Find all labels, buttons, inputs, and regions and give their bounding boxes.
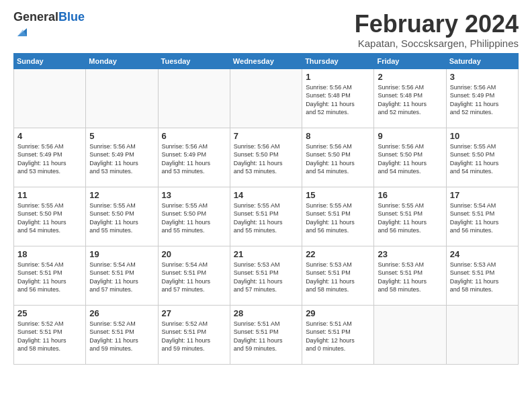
week-row-3: 11Sunrise: 5:55 AM Sunset: 5:50 PM Dayli…: [14, 187, 519, 246]
calendar-header-row: SundayMondayTuesdayWednesdayThursdayFrid…: [14, 53, 519, 68]
day-number: 21: [234, 249, 298, 259]
calendar-cell: 10Sunrise: 5:55 AM Sunset: 5:50 PM Dayli…: [446, 128, 518, 187]
calendar-cell: 22Sunrise: 5:53 AM Sunset: 5:51 PM Dayli…: [302, 246, 374, 305]
calendar-cell: 7Sunrise: 5:56 AM Sunset: 5:50 PM Daylig…: [230, 128, 302, 187]
day-info: Sunrise: 5:55 AM Sunset: 5:50 PM Dayligh…: [450, 142, 515, 176]
week-row-4: 18Sunrise: 5:54 AM Sunset: 5:51 PM Dayli…: [14, 246, 519, 305]
calendar-cell: [230, 68, 302, 128]
day-info: Sunrise: 5:56 AM Sunset: 5:49 PM Dayligh…: [450, 83, 515, 117]
calendar-cell: 18Sunrise: 5:54 AM Sunset: 5:51 PM Dayli…: [14, 246, 86, 305]
header-sunday: Sunday: [14, 53, 86, 68]
day-info: Sunrise: 5:56 AM Sunset: 5:48 PM Dayligh…: [378, 83, 442, 117]
day-info: Sunrise: 5:56 AM Sunset: 5:48 PM Dayligh…: [306, 83, 370, 117]
calendar-cell: 21Sunrise: 5:53 AM Sunset: 5:51 PM Dayli…: [230, 246, 302, 305]
day-info: Sunrise: 5:55 AM Sunset: 5:51 PM Dayligh…: [234, 201, 298, 235]
title-area: February 2024 Kapatan, Soccsksargen, Phi…: [355, 11, 519, 49]
calendar-cell: 12Sunrise: 5:55 AM Sunset: 5:50 PM Dayli…: [86, 187, 158, 246]
day-info: Sunrise: 5:53 AM Sunset: 5:51 PM Dayligh…: [234, 261, 298, 294]
day-info: Sunrise: 5:51 AM Sunset: 5:51 PM Dayligh…: [234, 320, 298, 353]
day-info: Sunrise: 5:54 AM Sunset: 5:51 PM Dayligh…: [450, 201, 515, 235]
calendar-cell: 23Sunrise: 5:53 AM Sunset: 5:51 PM Dayli…: [374, 246, 446, 305]
day-number: 12: [89, 190, 154, 200]
page-header: GeneralBlue February 2024 Kapatan, Soccs…: [13, 11, 519, 49]
calendar-cell: 19Sunrise: 5:54 AM Sunset: 5:51 PM Dayli…: [86, 246, 158, 305]
day-number: 2: [378, 72, 442, 82]
day-info: Sunrise: 5:52 AM Sunset: 5:51 PM Dayligh…: [17, 320, 82, 353]
day-info: Sunrise: 5:55 AM Sunset: 5:51 PM Dayligh…: [378, 201, 442, 235]
calendar-cell: 4Sunrise: 5:56 AM Sunset: 5:49 PM Daylig…: [14, 128, 86, 187]
calendar-cell: 26Sunrise: 5:52 AM Sunset: 5:51 PM Dayli…: [86, 305, 158, 364]
day-number: 6: [162, 131, 226, 141]
calendar-cell: [158, 68, 230, 128]
calendar-cell: [14, 68, 86, 128]
calendar-subtitle: Kapatan, Soccsksargen, Philippines: [355, 38, 519, 49]
calendar-cell: 8Sunrise: 5:56 AM Sunset: 5:50 PM Daylig…: [302, 128, 374, 187]
day-number: 25: [17, 308, 82, 318]
day-number: 29: [306, 308, 370, 318]
day-info: Sunrise: 5:52 AM Sunset: 5:51 PM Dayligh…: [162, 320, 226, 353]
calendar-cell: 28Sunrise: 5:51 AM Sunset: 5:51 PM Dayli…: [230, 305, 302, 364]
day-info: Sunrise: 5:54 AM Sunset: 5:51 PM Dayligh…: [162, 261, 226, 294]
day-number: 17: [450, 190, 515, 200]
header-tuesday: Tuesday: [158, 53, 230, 68]
logo: GeneralBlue: [13, 11, 85, 42]
day-info: Sunrise: 5:56 AM Sunset: 5:49 PM Dayligh…: [89, 142, 154, 176]
day-number: 9: [378, 131, 442, 141]
day-number: 28: [234, 308, 298, 318]
calendar-cell: 20Sunrise: 5:54 AM Sunset: 5:51 PM Dayli…: [158, 246, 230, 305]
day-info: Sunrise: 5:56 AM Sunset: 5:49 PM Dayligh…: [17, 142, 82, 176]
calendar-cell: 29Sunrise: 5:51 AM Sunset: 5:51 PM Dayli…: [302, 305, 374, 364]
logo-icon: [15, 24, 30, 39]
logo-blue: Blue: [58, 10, 85, 24]
calendar-cell: 27Sunrise: 5:52 AM Sunset: 5:51 PM Dayli…: [158, 305, 230, 364]
calendar-cell: 16Sunrise: 5:55 AM Sunset: 5:51 PM Dayli…: [374, 187, 446, 246]
day-number: 7: [234, 131, 298, 141]
day-info: Sunrise: 5:56 AM Sunset: 5:50 PM Dayligh…: [306, 142, 370, 176]
calendar-cell: 14Sunrise: 5:55 AM Sunset: 5:51 PM Dayli…: [230, 187, 302, 246]
day-number: 13: [162, 190, 226, 200]
day-number: 24: [450, 249, 515, 259]
calendar-cell: [446, 305, 518, 364]
day-info: Sunrise: 5:54 AM Sunset: 5:51 PM Dayligh…: [17, 261, 82, 294]
day-number: 20: [162, 249, 226, 259]
calendar-cell: 13Sunrise: 5:55 AM Sunset: 5:50 PM Dayli…: [158, 187, 230, 246]
day-number: 14: [234, 190, 298, 200]
day-number: 16: [378, 190, 442, 200]
week-row-5: 25Sunrise: 5:52 AM Sunset: 5:51 PM Dayli…: [14, 305, 519, 364]
day-number: 11: [17, 190, 82, 200]
calendar-cell: 24Sunrise: 5:53 AM Sunset: 5:51 PM Dayli…: [446, 246, 518, 305]
header-friday: Friday: [374, 53, 446, 68]
calendar-cell: 25Sunrise: 5:52 AM Sunset: 5:51 PM Dayli…: [14, 305, 86, 364]
calendar-cell: 17Sunrise: 5:54 AM Sunset: 5:51 PM Dayli…: [446, 187, 518, 246]
day-number: 4: [17, 131, 82, 141]
day-info: Sunrise: 5:55 AM Sunset: 5:50 PM Dayligh…: [89, 201, 154, 235]
calendar-cell: 3Sunrise: 5:56 AM Sunset: 5:49 PM Daylig…: [446, 68, 518, 128]
day-info: Sunrise: 5:56 AM Sunset: 5:50 PM Dayligh…: [378, 142, 442, 176]
calendar-cell: [86, 68, 158, 128]
calendar-cell: 6Sunrise: 5:56 AM Sunset: 5:49 PM Daylig…: [158, 128, 230, 187]
week-row-1: 1Sunrise: 5:56 AM Sunset: 5:48 PM Daylig…: [14, 68, 519, 128]
header-saturday: Saturday: [446, 53, 518, 68]
day-number: 22: [306, 249, 370, 259]
day-number: 8: [306, 131, 370, 141]
calendar-cell: [374, 305, 446, 364]
day-info: Sunrise: 5:53 AM Sunset: 5:51 PM Dayligh…: [378, 261, 442, 294]
day-number: 1: [306, 72, 370, 82]
day-info: Sunrise: 5:52 AM Sunset: 5:51 PM Dayligh…: [89, 320, 154, 353]
day-number: 3: [450, 72, 515, 82]
day-number: 26: [89, 308, 154, 318]
calendar-cell: 2Sunrise: 5:56 AM Sunset: 5:48 PM Daylig…: [374, 68, 446, 128]
calendar-table: SundayMondayTuesdayWednesdayThursdayFrid…: [13, 53, 519, 365]
week-row-2: 4Sunrise: 5:56 AM Sunset: 5:49 PM Daylig…: [14, 128, 519, 187]
day-info: Sunrise: 5:56 AM Sunset: 5:49 PM Dayligh…: [162, 142, 226, 176]
calendar-cell: 15Sunrise: 5:55 AM Sunset: 5:51 PM Dayli…: [302, 187, 374, 246]
day-number: 10: [450, 131, 515, 141]
day-info: Sunrise: 5:53 AM Sunset: 5:51 PM Dayligh…: [450, 261, 515, 294]
day-info: Sunrise: 5:53 AM Sunset: 5:51 PM Dayligh…: [306, 261, 370, 294]
day-info: Sunrise: 5:55 AM Sunset: 5:50 PM Dayligh…: [162, 201, 226, 235]
calendar-cell: 9Sunrise: 5:56 AM Sunset: 5:50 PM Daylig…: [374, 128, 446, 187]
day-info: Sunrise: 5:56 AM Sunset: 5:50 PM Dayligh…: [234, 142, 298, 176]
header-wednesday: Wednesday: [230, 53, 302, 68]
day-info: Sunrise: 5:54 AM Sunset: 5:51 PM Dayligh…: [89, 261, 154, 294]
day-info: Sunrise: 5:55 AM Sunset: 5:50 PM Dayligh…: [17, 201, 82, 235]
